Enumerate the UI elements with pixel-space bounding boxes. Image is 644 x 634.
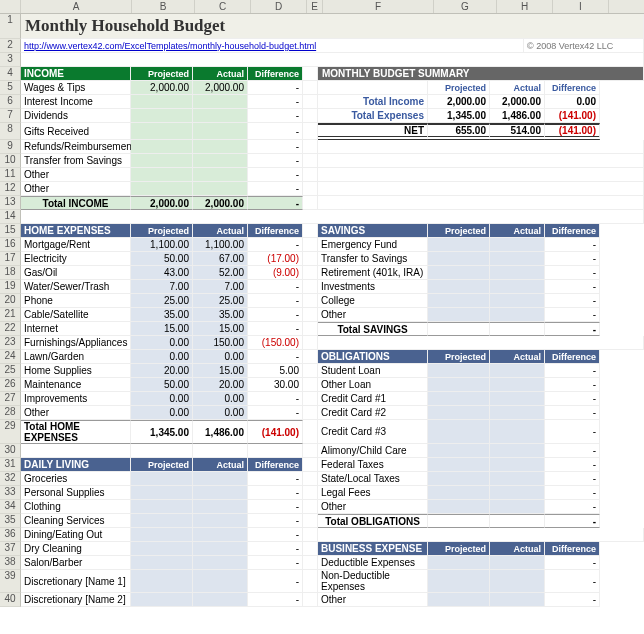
cell[interactable]: [303, 154, 318, 168]
cell-difference[interactable]: -: [248, 109, 303, 123]
row-label[interactable]: Furnishings/Appliances: [21, 336, 131, 350]
cell[interactable]: [303, 67, 318, 81]
row-header[interactable]: 22: [0, 322, 21, 336]
total-actual[interactable]: [490, 322, 545, 336]
cell-actual[interactable]: [490, 392, 545, 406]
cell-actual[interactable]: [193, 542, 248, 556]
cell-projected[interactable]: [428, 556, 490, 570]
cell-projected[interactable]: [428, 406, 490, 420]
row-label[interactable]: Deductible Expenses: [318, 556, 428, 570]
cell-projected[interactable]: [428, 472, 490, 486]
row-label[interactable]: Discretionary [Name 2]: [21, 593, 131, 607]
col-difference[interactable]: Difference: [248, 458, 303, 472]
cell-projected[interactable]: 25.00: [131, 294, 193, 308]
cell[interactable]: [303, 81, 318, 95]
col-actual[interactable]: Actual: [193, 458, 248, 472]
col-projected[interactable]: Projected: [131, 458, 193, 472]
cell-projected[interactable]: [131, 486, 193, 500]
row-label[interactable]: Cable/Satellite: [21, 308, 131, 322]
row-header[interactable]: 37: [0, 542, 21, 556]
cell-projected[interactable]: 50.00: [131, 378, 193, 392]
cell-projected[interactable]: [131, 95, 193, 109]
row-label[interactable]: Electricity: [21, 252, 131, 266]
row-header[interactable]: 7: [0, 109, 21, 123]
cell-actual[interactable]: [193, 123, 248, 140]
cell[interactable]: [131, 444, 193, 458]
cell-difference[interactable]: -: [545, 280, 600, 294]
cell-difference[interactable]: 5.00: [248, 364, 303, 378]
row-label[interactable]: Mortgage/Rent: [21, 238, 131, 252]
cell[interactable]: [303, 444, 318, 458]
cell-difference[interactable]: -: [248, 154, 303, 168]
cell-difference[interactable]: -: [248, 238, 303, 252]
cell-projected[interactable]: [428, 238, 490, 252]
cell-projected[interactable]: [131, 528, 193, 542]
row-label[interactable]: Alimony/Child Care: [318, 444, 428, 458]
cell-difference[interactable]: -: [248, 392, 303, 406]
cell-difference[interactable]: -: [248, 280, 303, 294]
cell-difference[interactable]: -: [545, 472, 600, 486]
col-projected[interactable]: Projected: [428, 542, 490, 556]
total-actual[interactable]: 1,486.00: [193, 420, 248, 444]
cell-difference[interactable]: -: [545, 392, 600, 406]
cell-difference[interactable]: -: [248, 182, 303, 196]
cell-difference[interactable]: -: [545, 266, 600, 280]
row-header[interactable]: 17: [0, 252, 21, 266]
cell-difference[interactable]: (9.00): [248, 266, 303, 280]
row-label[interactable]: Dividends: [21, 109, 131, 123]
cell-actual[interactable]: 1,100.00: [193, 238, 248, 252]
cell[interactable]: [303, 514, 318, 528]
cell[interactable]: [303, 542, 318, 556]
cell[interactable]: [303, 322, 318, 336]
row-label[interactable]: Federal Taxes: [318, 458, 428, 472]
section-header[interactable]: INCOME: [21, 67, 131, 81]
cell-actual[interactable]: [193, 95, 248, 109]
row-label[interactable]: Emergency Fund: [318, 238, 428, 252]
cell-actual[interactable]: 7.00: [193, 280, 248, 294]
row-label[interactable]: State/Local Taxes: [318, 472, 428, 486]
cell[interactable]: [303, 294, 318, 308]
cell-difference[interactable]: -: [545, 420, 600, 444]
cell-projected[interactable]: [131, 123, 193, 140]
cell-actual[interactable]: [490, 280, 545, 294]
template-link[interactable]: http://www.vertex42.com/ExcelTemplates/m…: [24, 41, 316, 51]
cell-actual[interactable]: 0.00: [193, 392, 248, 406]
col-projected[interactable]: Projected: [131, 224, 193, 238]
cell-actual[interactable]: 67.00: [193, 252, 248, 266]
cell-difference[interactable]: -: [248, 406, 303, 420]
cell-projected[interactable]: [131, 109, 193, 123]
cell-actual[interactable]: [490, 458, 545, 472]
cell-actual[interactable]: [490, 420, 545, 444]
cell-projected[interactable]: [428, 420, 490, 444]
total-actual[interactable]: 2,000.00: [193, 196, 248, 210]
total-label[interactable]: Total OBLIGATIONS: [318, 514, 428, 528]
cell-actual[interactable]: [490, 294, 545, 308]
cell[interactable]: [318, 81, 428, 95]
row-header[interactable]: 3: [0, 53, 21, 67]
total-projected[interactable]: [428, 322, 490, 336]
cell[interactable]: [248, 444, 303, 458]
row-header[interactable]: 5: [0, 81, 21, 95]
row-header[interactable]: 21: [0, 308, 21, 322]
cell-projected[interactable]: [428, 308, 490, 322]
total-difference[interactable]: -: [545, 514, 600, 528]
row-label[interactable]: Other Loan: [318, 378, 428, 392]
cell[interactable]: [303, 500, 318, 514]
cell[interactable]: [193, 444, 248, 458]
row-label[interactable]: Water/Sewer/Trash: [21, 280, 131, 294]
cell[interactable]: [318, 154, 644, 168]
cell-projected[interactable]: 1,100.00: [131, 238, 193, 252]
cell-actual[interactable]: 15.00: [193, 322, 248, 336]
col-difference[interactable]: Difference: [545, 350, 600, 364]
cell-difference[interactable]: -: [248, 308, 303, 322]
cell-difference[interactable]: -: [545, 406, 600, 420]
cell-difference[interactable]: -: [248, 95, 303, 109]
cell-actual[interactable]: 20.00: [193, 378, 248, 392]
cell-projected[interactable]: [428, 294, 490, 308]
cell-actual[interactable]: 150.00: [193, 336, 248, 350]
cell-actual[interactable]: [490, 252, 545, 266]
row-header[interactable]: 25: [0, 364, 21, 378]
cell[interactable]: [303, 123, 318, 140]
cell[interactable]: [303, 308, 318, 322]
cell-actual[interactable]: [193, 486, 248, 500]
